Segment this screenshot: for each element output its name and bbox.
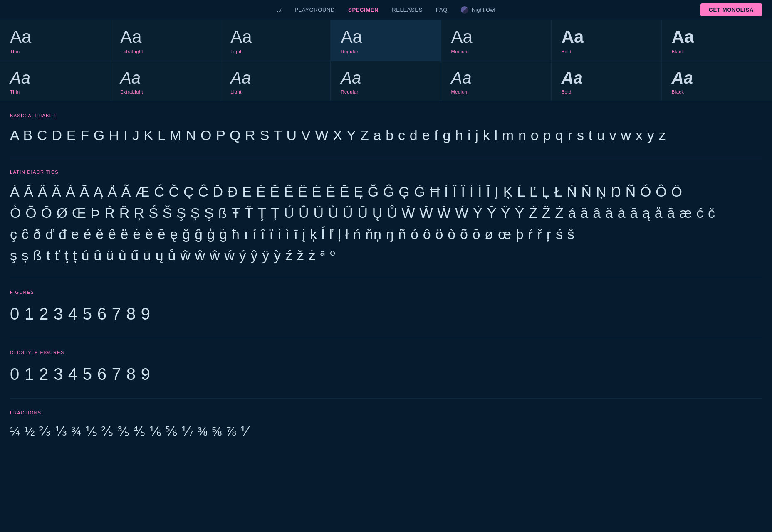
weight-italic-medium[interactable]: Aa Medium: [441, 61, 552, 101]
fractions-glyphs: ¼ ½ ⅔ ⅓ ¾ ⅕ ⅖ ⅗ ⅘ ⅙ ⅚ ⅐ ⅜ ⅝ ⅞ ⅟: [10, 422, 762, 441]
weight-light-sample: Aa: [230, 28, 320, 46]
theme-label: Night Owl: [472, 7, 495, 13]
theme-icon: [461, 6, 468, 14]
weight-italic-regular-label: Regular: [341, 89, 431, 94]
weight-italic-extralight[interactable]: Aa ExtraLight: [110, 61, 220, 101]
weight-italic-bold[interactable]: Aa Bold: [552, 61, 662, 101]
weight-medium-label: Medium: [451, 49, 541, 54]
weight-bold-label: Bold: [562, 49, 651, 54]
figures-title: FIGURES: [10, 290, 762, 295]
weight-italic-light-sample: Aa: [230, 69, 320, 86]
theme-toggle[interactable]: Night Owl: [461, 6, 495, 14]
weight-medium-sample: Aa: [451, 28, 541, 46]
latin-diacritics-title: LATIN DIACRITICS: [10, 170, 762, 175]
weight-regular[interactable]: Aa Regular: [331, 20, 441, 61]
weight-black[interactable]: Aa Black: [662, 20, 772, 61]
divider-4: [10, 398, 762, 399]
weight-light[interactable]: Aa Light: [220, 20, 331, 61]
weight-italic-light-label: Light: [230, 89, 320, 94]
weight-light-label: Light: [230, 49, 320, 54]
weight-bold[interactable]: Aa Bold: [552, 20, 662, 61]
nav-faq[interactable]: FAQ: [436, 7, 448, 13]
latin-diacritics-line1: Á Ă Â Ä À Ā Ą Å Ã Æ Ć Č Ç Ĉ Ď Đ E É Ě Ê …: [10, 181, 762, 202]
nav-specimen[interactable]: SPECIMEN: [348, 7, 379, 13]
basic-alphabet-title: BASIC ALPHABET: [10, 113, 762, 118]
weight-italic-light[interactable]: Aa Light: [220, 61, 331, 101]
weight-italic-thin[interactable]: Aa Thin: [0, 61, 110, 101]
weight-italic-regular[interactable]: Aa Regular: [331, 61, 441, 101]
navigation: ../ PLAYGROUND SPECIMEN RELEASES FAQ Nig…: [0, 0, 772, 20]
weight-thin[interactable]: Aa Thin: [0, 20, 110, 61]
weight-italic-thin-label: Thin: [10, 89, 100, 94]
weight-black-label: Black: [672, 49, 762, 54]
oldstyle-figures-glyphs: 0 1 2 3 4 5 6 7 8 9: [10, 362, 762, 387]
weight-black-sample: Aa: [672, 28, 762, 46]
weight-italic-bold-label: Bold: [562, 89, 651, 94]
weight-italic-black-label: Black: [672, 89, 762, 94]
weight-regular-sample: Aa: [341, 28, 431, 46]
nav-releases[interactable]: RELEASES: [392, 7, 423, 13]
basic-alphabet-section: BASIC ALPHABET A B C D E F G H I J K L M…: [10, 113, 762, 146]
weight-extralight-sample: Aa: [120, 28, 210, 46]
weight-thin-label: Thin: [10, 49, 100, 54]
weight-italic-medium-sample: Aa: [451, 69, 541, 86]
figures-glyphs: 0 1 2 3 4 5 6 7 8 9: [10, 301, 762, 326]
weight-bold-sample: Aa: [562, 28, 651, 46]
basic-alphabet-glyphs: A B C D E F G H I J K L M N O P Q R S T …: [10, 125, 762, 146]
weight-regular-label: Regular: [341, 49, 431, 54]
divider-3: [10, 338, 762, 338]
nav-back-link[interactable]: ../: [277, 7, 282, 13]
nav-playground[interactable]: PLAYGROUND: [295, 7, 335, 13]
latin-diacritics-line2: Ò Õ Ō Ø Œ Þ Ŕ Ř Ŗ Ś Š Ş Ș Ş ß Ŧ Ť Ţ Ț Ú …: [10, 202, 762, 224]
weight-grid-italic: Aa Thin Aa ExtraLight Aa Light Aa Regula…: [0, 61, 772, 101]
weight-thin-sample: Aa: [10, 28, 100, 46]
weight-italic-black-sample: Aa: [672, 69, 762, 86]
divider-1: [10, 158, 762, 158]
weight-italic-medium-label: Medium: [451, 89, 541, 94]
latin-diacritics-line4: ş ș ß ŧ ť ţ ț ú û ü ù ű ū ų ů ŵ ŵ ŵ ẃ ý …: [10, 245, 762, 266]
weight-italic-black[interactable]: Aa Black: [662, 61, 772, 101]
weight-extralight-label: ExtraLight: [120, 49, 210, 54]
weight-italic-regular-sample: Aa: [341, 69, 431, 86]
latin-diacritics-section: LATIN DIACRITICS Á Ă Â Ä À Ā Ą Å Ã Æ Ć Č…: [10, 170, 762, 266]
latin-diacritics-line3: ç ĉ ð ď đ e é ě ê ë ė è ē ę ğ ĝ ģ ġ ħ ı …: [10, 224, 762, 245]
weight-extralight[interactable]: Aa ExtraLight: [110, 20, 220, 61]
weight-italic-thin-sample: Aa: [10, 69, 100, 86]
weight-italic-bold-sample: Aa: [562, 69, 651, 86]
main-content: BASIC ALPHABET A B C D E F G H I J K L M…: [0, 113, 772, 441]
get-monolisa-button[interactable]: GET MONOLISA: [700, 3, 762, 16]
fractions-title: FRACTIONS: [10, 410, 762, 415]
oldstyle-figures-title: OLDSTYLE FIGURES: [10, 350, 762, 355]
oldstyle-figures-section: OLDSTYLE FIGURES 0 1 2 3 4 5 6 7 8 9: [10, 350, 762, 387]
weight-medium[interactable]: Aa Medium: [441, 20, 552, 61]
weight-italic-extralight-label: ExtraLight: [120, 89, 210, 94]
divider-2: [10, 278, 762, 278]
weight-grid-normal: Aa Thin Aa ExtraLight Aa Light Aa Regula…: [0, 20, 772, 61]
figures-section: FIGURES 0 1 2 3 4 5 6 7 8 9: [10, 290, 762, 326]
weight-italic-extralight-sample: Aa: [120, 69, 210, 86]
fractions-section: FRACTIONS ¼ ½ ⅔ ⅓ ¾ ⅕ ⅖ ⅗ ⅘ ⅙ ⅚ ⅐ ⅜ ⅝ ⅞ …: [10, 410, 762, 441]
